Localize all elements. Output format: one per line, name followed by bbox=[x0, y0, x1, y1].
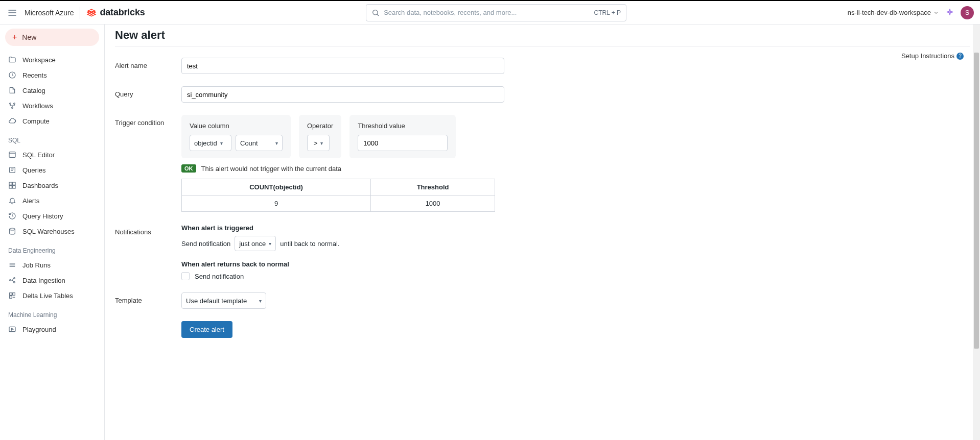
sidebar-item-alerts[interactable]: Alerts bbox=[5, 193, 99, 208]
search-shortcut-label: CTRL + P bbox=[594, 9, 621, 16]
search-input[interactable] bbox=[384, 9, 590, 16]
notif-normal-heading: When alert returns back to normal bbox=[181, 260, 636, 268]
operator-group: Operator > ▾ bbox=[299, 115, 341, 158]
new-button[interactable]: + New bbox=[5, 29, 99, 46]
table-header-count: COUNT(objectid) bbox=[182, 179, 371, 195]
table-cell-count: 9 bbox=[182, 195, 371, 212]
svg-rect-15 bbox=[13, 182, 15, 185]
alert-name-input[interactable] bbox=[181, 58, 504, 74]
sidebar-item-label: Workflows bbox=[22, 102, 53, 110]
search-wrap: CTRL + P bbox=[151, 4, 842, 21]
sidebar-item-workspace[interactable]: Workspace bbox=[5, 52, 99, 67]
notif-send-prefix: Send notification bbox=[181, 240, 230, 248]
scrollbar-thumb[interactable] bbox=[974, 53, 979, 349]
workflow-icon bbox=[8, 102, 16, 110]
status-badge: OK bbox=[181, 164, 196, 173]
query-input[interactable] bbox=[181, 86, 504, 103]
create-alert-button[interactable]: Create alert bbox=[181, 321, 232, 338]
sidebar-item-queries[interactable]: Queries bbox=[5, 162, 99, 178]
sidebar-item-label: Queries bbox=[22, 166, 46, 174]
threshold-input[interactable] bbox=[358, 135, 448, 151]
table-header-threshold: Threshold bbox=[371, 179, 495, 195]
sidebar-item-job-runs[interactable]: Job Runs bbox=[5, 257, 99, 273]
svg-point-22 bbox=[10, 280, 11, 281]
queries-icon bbox=[8, 166, 16, 174]
assistant-sparkle-icon[interactable] bbox=[945, 8, 954, 17]
operator-selected: > bbox=[314, 139, 318, 147]
cloud-icon bbox=[8, 117, 16, 125]
top-right: ns-ii-tech-dev-db-workspace S bbox=[848, 6, 974, 19]
value-column-group: Value column objectid ▾ Count ▾ bbox=[181, 115, 291, 158]
sidebar-item-label: Dashboards bbox=[22, 182, 58, 189]
sidebar-item-dashboards[interactable]: Dashboards bbox=[5, 178, 99, 193]
main-panel: Setup Instructions ? New alert Alert nam… bbox=[105, 25, 980, 440]
search-icon bbox=[371, 9, 380, 17]
new-button-label: New bbox=[22, 33, 36, 41]
bell-icon bbox=[8, 197, 16, 205]
search-box[interactable]: CTRL + P bbox=[366, 4, 626, 21]
sidebar-item-label: Job Runs bbox=[22, 261, 51, 269]
warehouse-icon bbox=[8, 227, 16, 235]
menu-toggle-button[interactable] bbox=[6, 7, 18, 19]
threshold-label: Threshold value bbox=[358, 122, 448, 130]
hamburger-icon bbox=[7, 8, 17, 18]
svg-rect-25 bbox=[10, 293, 12, 296]
sidebar-item-recents[interactable]: Recents bbox=[5, 67, 99, 83]
history-icon bbox=[8, 212, 16, 220]
notif-frequency-selected: just once bbox=[239, 240, 266, 248]
table-cell-threshold: 1000 bbox=[371, 195, 495, 212]
main-scrollbar[interactable] bbox=[973, 25, 980, 440]
svg-rect-16 bbox=[9, 186, 12, 188]
workspace-switcher[interactable]: ns-ii-tech-dev-db-workspace bbox=[848, 9, 939, 16]
sidebar-item-compute[interactable]: Compute bbox=[5, 113, 99, 129]
aggregation-selected: Count bbox=[240, 139, 258, 147]
sidebar-item-delta-live-tables[interactable]: Delta Live Tables bbox=[5, 288, 99, 303]
svg-point-3 bbox=[373, 10, 378, 14]
notif-frequency-select[interactable]: just once ▾ bbox=[235, 236, 276, 251]
chevron-down-icon: ▾ bbox=[220, 140, 223, 146]
svg-point-24 bbox=[14, 282, 15, 283]
operator-select[interactable]: > ▾ bbox=[307, 135, 330, 151]
svg-rect-27 bbox=[10, 296, 12, 299]
sidebar-item-label: Query History bbox=[22, 212, 63, 220]
sidebar-item-label: Playground bbox=[22, 326, 56, 333]
svg-rect-17 bbox=[13, 186, 15, 188]
sidebar-item-data-ingestion[interactable]: Data Ingestion bbox=[5, 273, 99, 288]
label-alert-name: Alert name bbox=[115, 58, 181, 74]
sidebar-item-workflows[interactable]: Workflows bbox=[5, 98, 99, 113]
avatar[interactable]: S bbox=[961, 6, 974, 19]
notif-normal-checkbox[interactable] bbox=[181, 272, 190, 280]
setup-instructions-link[interactable]: Setup Instructions ? bbox=[901, 52, 964, 60]
chevron-down-icon: ▾ bbox=[259, 298, 262, 304]
sidebar-item-sql-editor[interactable]: SQL Editor bbox=[5, 147, 99, 162]
sidebar-item-playground[interactable]: Playground bbox=[5, 322, 99, 337]
sidebar-item-label: SQL Editor bbox=[22, 151, 55, 159]
label-trigger: Trigger condition bbox=[115, 115, 181, 212]
operator-label: Operator bbox=[307, 122, 333, 130]
template-selected: Use default template bbox=[186, 297, 247, 305]
template-select[interactable]: Use default template ▾ bbox=[181, 292, 266, 309]
svg-marker-29 bbox=[12, 328, 13, 330]
aggregation-select[interactable]: Count ▾ bbox=[236, 135, 283, 151]
sidebar-item-sql-warehouses[interactable]: SQL Warehouses bbox=[5, 224, 99, 239]
brand-divider bbox=[80, 7, 80, 19]
chevron-down-icon: ▾ bbox=[320, 140, 323, 146]
job-runs-icon bbox=[8, 261, 16, 269]
sidebar-item-query-history[interactable]: Query History bbox=[5, 208, 99, 224]
sidebar-item-label: Workspace bbox=[22, 56, 56, 64]
playground-icon bbox=[8, 325, 16, 333]
svg-point-6 bbox=[10, 103, 11, 105]
brand-databricks: databricks bbox=[86, 7, 145, 18]
svg-rect-26 bbox=[13, 293, 15, 296]
setup-instructions-label: Setup Instructions bbox=[901, 52, 954, 60]
sidebar-item-catalog[interactable]: Catalog bbox=[5, 83, 99, 98]
databricks-logo-icon bbox=[86, 8, 97, 18]
svg-point-23 bbox=[14, 278, 15, 279]
svg-rect-28 bbox=[9, 327, 15, 331]
value-column-select[interactable]: objectid ▾ bbox=[190, 135, 231, 151]
sidebar-item-label: SQL Warehouses bbox=[22, 228, 75, 235]
svg-point-18 bbox=[10, 228, 15, 230]
ingestion-icon bbox=[8, 276, 16, 284]
avatar-initial: S bbox=[965, 9, 969, 16]
value-column-selected: objectid bbox=[194, 139, 217, 147]
